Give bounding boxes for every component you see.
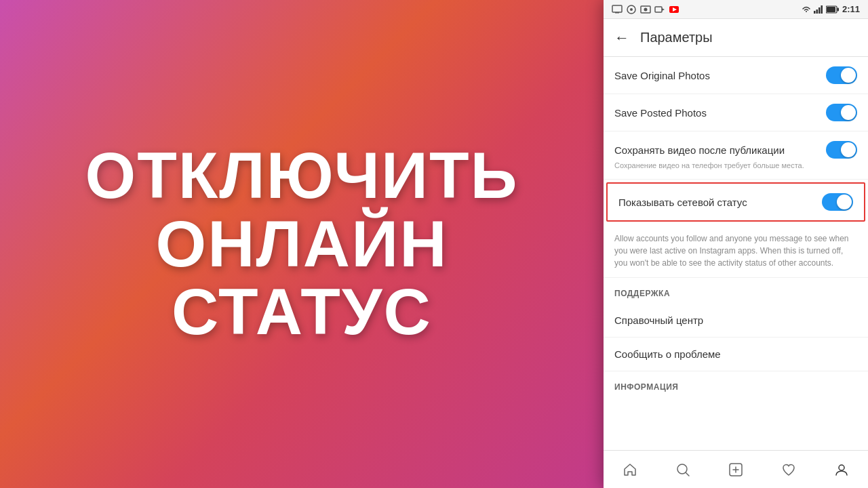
video-icon [654,4,665,15]
save-video-toggle[interactable] [826,141,857,159]
screen-icon [612,4,623,15]
save-video-row: Сохранять видео после публикации Сохране… [604,131,868,180]
svg-point-22 [839,465,844,470]
svg-rect-0 [612,5,622,12]
save-original-row: Save Original Photos [604,57,868,94]
svg-rect-15 [837,7,839,11]
save-posted-toggle[interactable] [826,104,857,121]
support-section-header: ПОДДЕРЖКА [604,278,868,304]
nav-add[interactable] [722,456,749,483]
phone-panel: 2:11 ← Параметры Save Original Photos Sa… [604,0,868,488]
nav-heart[interactable] [775,456,802,483]
svg-rect-13 [821,5,823,14]
save-video-sublabel: Сохранение видео на телефон требует боль… [614,161,857,169]
wifi-icon [802,5,811,14]
svg-rect-16 [827,7,835,12]
save-video-top: Сохранять видео после публикации [614,141,857,159]
notification-icon [626,4,637,15]
svg-point-5 [644,7,648,11]
svg-rect-6 [655,7,662,12]
save-video-label: Сохранять видео после публикации [614,144,826,156]
status-icons-right: 2:11 [802,4,860,14]
save-original-toggle[interactable] [826,66,857,84]
app-header: ← Параметры [604,19,868,57]
online-status-label: Показывать сетевой статус [618,197,822,208]
nav-profile[interactable] [828,456,855,483]
status-icons-left [612,4,679,15]
nav-home[interactable] [616,456,644,483]
signal-icon [814,5,823,14]
help-center-item[interactable]: Справочный центр [604,304,868,338]
svg-point-17 [677,464,687,474]
bottom-nav [604,450,868,488]
save-original-label: Save Original Photos [614,70,826,81]
svg-point-3 [630,8,633,11]
info-section-header: ИНФОРМАЦИЯ [604,371,868,397]
page-title: Параметры [640,30,713,45]
online-status-toggle[interactable] [822,193,853,211]
status-time: 2:11 [842,4,860,14]
headline-line2: ОНЛАЙН [155,207,448,280]
battery-icon [826,5,840,14]
headline-line1: ОТКЛЮЧИТЬ [85,139,518,211]
back-button[interactable]: ← [614,29,629,47]
svg-marker-7 [662,8,665,11]
report-problem-item[interactable]: Сообщить о проблеме [604,338,868,371]
svg-rect-10 [814,11,816,14]
left-panel: ОТКЛЮЧИТЬ ОНЛАЙН СТАТУС [0,0,604,488]
save-posted-row: Save Posted Photos [604,94,868,131]
status-bar: 2:11 [604,0,868,19]
svg-rect-12 [818,7,821,14]
svg-line-18 [686,472,690,476]
main-headline: ОТКЛЮЧИТЬ ОНЛАЙН СТАТУС [85,142,518,346]
svg-rect-1 [615,12,619,14]
online-status-row: Показывать сетевой статус [606,182,865,222]
svg-rect-11 [816,9,818,14]
save-posted-label: Save Posted Photos [614,107,826,119]
youtube-icon [669,4,679,15]
headline-line3: СТАТУС [172,275,432,348]
nav-search[interactable] [669,456,696,483]
settings-content: Save Original Photos Save Posted Photos … [604,57,868,450]
photo-icon [640,4,651,15]
online-status-description: Allow accounts you follow and anyone you… [604,224,868,278]
